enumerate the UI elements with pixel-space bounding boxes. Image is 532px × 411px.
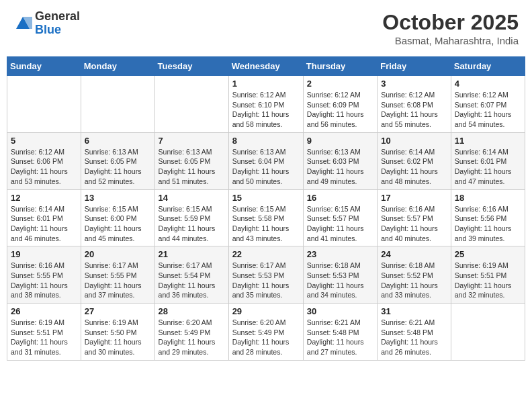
- day-info: Sunrise: 6:20 AMSunset: 5:49 PMDaylight:…: [232, 318, 300, 357]
- day-number: 6: [85, 136, 151, 146]
- day-info: Sunrise: 6:16 AMSunset: 5:55 PMDaylight:…: [11, 261, 77, 300]
- calendar-cell: 11Sunrise: 6:14 AMSunset: 6:01 PMDayligh…: [451, 132, 525, 189]
- day-info: Sunrise: 6:13 AMSunset: 6:05 PMDaylight:…: [159, 147, 225, 187]
- title-block: October 2025 Basmat, Maharashtra, India: [382, 10, 519, 46]
- day-info: Sunrise: 6:15 AMSunset: 5:59 PMDaylight:…: [159, 204, 225, 244]
- calendar-cell: 13Sunrise: 6:15 AMSunset: 6:00 PMDayligh…: [81, 189, 154, 246]
- logo-icon: [13, 14, 32, 33]
- day-info: Sunrise: 6:12 AMSunset: 6:09 PMDaylight:…: [307, 90, 373, 130]
- logo-general-text: General: [35, 10, 80, 24]
- day-info: Sunrise: 6:17 AMSunset: 5:55 PMDaylight:…: [85, 261, 151, 300]
- day-info: Sunrise: 6:15 AMSunset: 6:00 PMDaylight:…: [85, 204, 151, 244]
- day-info: Sunrise: 6:12 AMSunset: 6:07 PMDaylight:…: [455, 90, 521, 130]
- day-number: 21: [159, 249, 225, 259]
- day-info: Sunrise: 6:12 AMSunset: 6:06 PMDaylight:…: [11, 147, 77, 187]
- weekday-header-row: SundayMondayTuesdayWednesdayThursdayFrid…: [7, 57, 525, 76]
- day-number: 24: [381, 249, 447, 259]
- calendar-cell: 1Sunrise: 6:12 AMSunset: 6:10 PMDaylight…: [228, 76, 303, 133]
- day-number: 11: [455, 136, 521, 146]
- day-number: 3: [381, 79, 447, 89]
- day-info: Sunrise: 6:12 AMSunset: 6:10 PMDaylight:…: [232, 90, 300, 130]
- calendar-cell: 5Sunrise: 6:12 AMSunset: 6:06 PMDaylight…: [7, 132, 81, 189]
- day-info: Sunrise: 6:12 AMSunset: 6:08 PMDaylight:…: [381, 90, 447, 130]
- calendar-cell: [451, 304, 525, 361]
- calendar-cell: 6Sunrise: 6:13 AMSunset: 6:05 PMDaylight…: [81, 132, 154, 189]
- day-number: 28: [159, 306, 225, 316]
- day-number: 29: [232, 306, 300, 316]
- calendar-cell: 2Sunrise: 6:12 AMSunset: 6:09 PMDaylight…: [303, 76, 377, 133]
- calendar-cell: 14Sunrise: 6:15 AMSunset: 5:59 PMDayligh…: [154, 189, 228, 246]
- day-info: Sunrise: 6:13 AMSunset: 6:03 PMDaylight:…: [307, 147, 373, 187]
- day-info: Sunrise: 6:19 AMSunset: 5:51 PMDaylight:…: [11, 318, 77, 357]
- week-row-4: 19Sunrise: 6:16 AMSunset: 5:55 PMDayligh…: [7, 246, 525, 304]
- day-number: 30: [307, 306, 373, 316]
- weekday-header-sunday: Sunday: [7, 57, 81, 76]
- day-number: 4: [455, 79, 521, 89]
- week-row-5: 26Sunrise: 6:19 AMSunset: 5:51 PMDayligh…: [7, 304, 525, 361]
- day-info: Sunrise: 6:17 AMSunset: 5:54 PMDaylight:…: [159, 261, 225, 300]
- day-number: 9: [307, 136, 373, 146]
- day-info: Sunrise: 6:17 AMSunset: 5:53 PMDaylight:…: [232, 261, 300, 300]
- day-number: 20: [85, 249, 151, 259]
- day-number: 26: [11, 306, 77, 316]
- day-info: Sunrise: 6:15 AMSunset: 5:58 PMDaylight:…: [232, 204, 300, 244]
- calendar-cell: 16Sunrise: 6:15 AMSunset: 5:57 PMDayligh…: [303, 189, 377, 246]
- day-info: Sunrise: 6:14 AMSunset: 6:01 PMDaylight:…: [455, 147, 521, 187]
- day-info: Sunrise: 6:18 AMSunset: 5:53 PMDaylight:…: [307, 261, 373, 300]
- day-info: Sunrise: 6:14 AMSunset: 6:02 PMDaylight:…: [381, 147, 447, 187]
- day-info: Sunrise: 6:14 AMSunset: 6:01 PMDaylight:…: [11, 204, 77, 244]
- day-number: 5: [11, 136, 77, 146]
- calendar-cell: 20Sunrise: 6:17 AMSunset: 5:55 PMDayligh…: [81, 246, 154, 304]
- calendar-cell: 10Sunrise: 6:14 AMSunset: 6:02 PMDayligh…: [378, 132, 451, 189]
- day-info: Sunrise: 6:19 AMSunset: 5:51 PMDaylight:…: [455, 261, 521, 300]
- calendar-cell: 7Sunrise: 6:13 AMSunset: 6:05 PMDaylight…: [154, 132, 228, 189]
- day-info: Sunrise: 6:21 AMSunset: 5:48 PMDaylight:…: [381, 318, 447, 357]
- weekday-header-tuesday: Tuesday: [154, 57, 228, 76]
- week-row-2: 5Sunrise: 6:12 AMSunset: 6:06 PMDaylight…: [7, 132, 525, 189]
- calendar-cell: 22Sunrise: 6:17 AMSunset: 5:53 PMDayligh…: [228, 246, 303, 304]
- weekday-header-saturday: Saturday: [451, 57, 525, 76]
- calendar-cell: 23Sunrise: 6:18 AMSunset: 5:53 PMDayligh…: [303, 246, 377, 304]
- calendar-cell: 31Sunrise: 6:21 AMSunset: 5:48 PMDayligh…: [378, 304, 451, 361]
- calendar-cell: 4Sunrise: 6:12 AMSunset: 6:07 PMDaylight…: [451, 76, 525, 133]
- day-info: Sunrise: 6:18 AMSunset: 5:52 PMDaylight:…: [381, 261, 447, 300]
- weekday-header-monday: Monday: [81, 57, 154, 76]
- day-info: Sunrise: 6:16 AMSunset: 5:57 PMDaylight:…: [381, 204, 447, 244]
- day-number: 14: [159, 193, 225, 203]
- day-info: Sunrise: 6:16 AMSunset: 5:56 PMDaylight:…: [455, 204, 521, 244]
- day-number: 17: [381, 193, 447, 203]
- weekday-header-friday: Friday: [378, 57, 451, 76]
- calendar-cell: 21Sunrise: 6:17 AMSunset: 5:54 PMDayligh…: [154, 246, 228, 304]
- calendar-cell: 15Sunrise: 6:15 AMSunset: 5:58 PMDayligh…: [228, 189, 303, 246]
- calendar-cell: 26Sunrise: 6:19 AMSunset: 5:51 PMDayligh…: [7, 304, 81, 361]
- calendar-cell: 28Sunrise: 6:20 AMSunset: 5:49 PMDayligh…: [154, 304, 228, 361]
- calendar-cell: [81, 76, 154, 133]
- day-number: 15: [232, 193, 300, 203]
- day-number: 25: [455, 249, 521, 259]
- calendar-cell: 9Sunrise: 6:13 AMSunset: 6:03 PMDaylight…: [303, 132, 377, 189]
- calendar-cell: 12Sunrise: 6:14 AMSunset: 6:01 PMDayligh…: [7, 189, 81, 246]
- calendar-cell: 18Sunrise: 6:16 AMSunset: 5:56 PMDayligh…: [451, 189, 525, 246]
- day-number: 8: [232, 136, 300, 146]
- logo: General Blue: [13, 10, 80, 37]
- day-number: 23: [307, 249, 373, 259]
- day-number: 1: [232, 79, 300, 89]
- calendar-cell: 3Sunrise: 6:12 AMSunset: 6:08 PMDaylight…: [378, 76, 451, 133]
- calendar-cell: [154, 76, 228, 133]
- day-info: Sunrise: 6:21 AMSunset: 5:48 PMDaylight:…: [307, 318, 373, 357]
- calendar-cell: 30Sunrise: 6:21 AMSunset: 5:48 PMDayligh…: [303, 304, 377, 361]
- weekday-header-thursday: Thursday: [303, 57, 377, 76]
- day-info: Sunrise: 6:13 AMSunset: 6:05 PMDaylight:…: [85, 147, 151, 187]
- calendar-cell: 17Sunrise: 6:16 AMSunset: 5:57 PMDayligh…: [378, 189, 451, 246]
- calendar-cell: [7, 76, 81, 133]
- month-title: October 2025: [382, 10, 519, 35]
- week-row-1: 1Sunrise: 6:12 AMSunset: 6:10 PMDaylight…: [7, 76, 525, 133]
- day-number: 18: [455, 193, 521, 203]
- logo-blue-text: Blue: [35, 24, 80, 37]
- day-number: 12: [11, 193, 77, 203]
- day-number: 10: [381, 136, 447, 146]
- day-info: Sunrise: 6:15 AMSunset: 5:57 PMDaylight:…: [307, 204, 373, 244]
- calendar-cell: 25Sunrise: 6:19 AMSunset: 5:51 PMDayligh…: [451, 246, 525, 304]
- calendar-cell: 8Sunrise: 6:13 AMSunset: 6:04 PMDaylight…: [228, 132, 303, 189]
- weekday-header-wednesday: Wednesday: [228, 57, 303, 76]
